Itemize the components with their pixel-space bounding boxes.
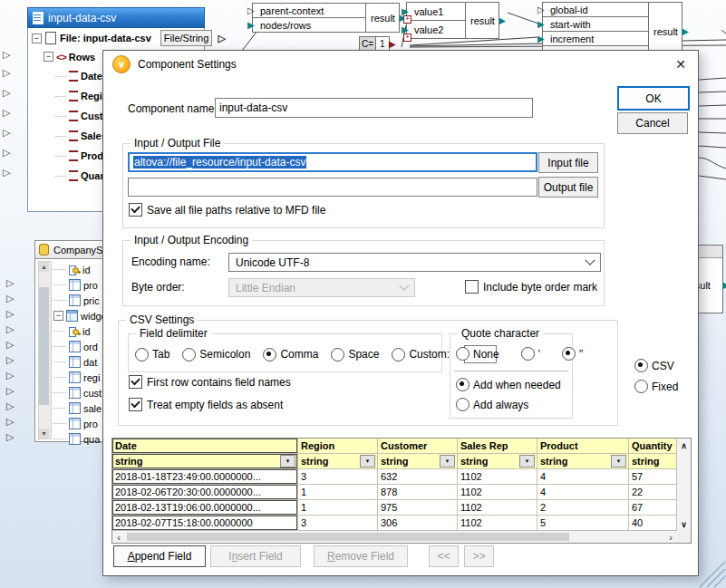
table-cell[interactable]: 2018-01-18T23:49:00.0000000... xyxy=(112,469,298,485)
scroll-left-icon[interactable]: ‹ xyxy=(112,531,125,543)
output-pin-icon[interactable]: ▶ xyxy=(499,16,506,25)
radio-quote-[interactable]: " xyxy=(562,347,583,361)
connection-line[interactable] xyxy=(699,78,726,80)
connection-line[interactable] xyxy=(721,30,726,34)
table-cell[interactable]: 2018-02-07T15:18:00.0000000 xyxy=(112,516,298,531)
column-header[interactable]: Sales Rep xyxy=(458,439,537,454)
column-type-cell[interactable]: string▼ xyxy=(537,454,629,469)
button-[interactable]: << xyxy=(429,545,459,567)
input-pin-icon[interactable]: ▷ xyxy=(6,355,14,365)
table-cell[interactable]: 1 xyxy=(298,500,378,516)
table-cell[interactable]: 878 xyxy=(378,485,458,500)
collapse-icon[interactable]: − xyxy=(44,52,53,62)
table-cell[interactable]: 632 xyxy=(378,469,458,485)
input-pin-icon[interactable]: ▷ xyxy=(6,294,14,304)
input-pin-icon[interactable]: ▷ xyxy=(247,6,255,15)
input-pin-icon[interactable]: ▷ xyxy=(6,324,14,334)
encoding-select[interactable]: Unicode UTF-8 xyxy=(228,253,601,272)
table-cell[interactable]: 975 xyxy=(378,500,458,516)
radio-quote-none[interactable]: None xyxy=(456,347,499,361)
ok-button[interactable]: OK xyxy=(617,86,690,111)
type-dropdown-icon[interactable]: ▼ xyxy=(440,455,455,468)
type-dropdown-icon[interactable]: ▼ xyxy=(519,455,535,468)
byte-order-mark-checkbox[interactable]: Include byte order mark xyxy=(465,280,597,294)
scroll-down-icon[interactable]: ∨ xyxy=(677,518,691,530)
input-file-button[interactable]: Input file xyxy=(538,152,598,173)
button-[interactable]: >> xyxy=(464,545,494,567)
checkbox-icon[interactable] xyxy=(129,203,142,217)
table-cell[interactable]: 1102 xyxy=(458,485,537,500)
input-file-field[interactable]: altova://file_resource/input-data-csv xyxy=(128,152,537,172)
input-pin-icon[interactable]: ▷ xyxy=(6,278,14,288)
input-pin-icon[interactable]: ▷ xyxy=(3,168,10,178)
column-type-cell[interactable]: string▼ xyxy=(298,454,378,469)
radio-delimiter-tab[interactable]: Tab xyxy=(135,348,169,361)
button-append-field[interactable]: Append Field xyxy=(113,545,206,567)
type-dropdown-icon[interactable]: ▼ xyxy=(611,455,626,468)
output-pin-icon[interactable]: ▶ xyxy=(682,27,689,36)
function-compute-when[interactable]: ▷parent-context▶nodes/rows result ▶ xyxy=(252,3,400,33)
function-add[interactable]: ▶value1+▶value2+ result ▶ xyxy=(406,2,499,39)
scroll-down-icon[interactable]: ▼ xyxy=(39,429,49,439)
input-pin-icon[interactable]: ▷ xyxy=(3,88,10,98)
input-pin-icon[interactable]: ▷ xyxy=(6,371,14,381)
radio-delimiter-semicolon[interactable]: Semicolon xyxy=(182,348,250,361)
table-cell[interactable]: 306 xyxy=(378,516,458,531)
table-cell[interactable]: 1 xyxy=(298,485,378,500)
dialog-titlebar[interactable]: ∨ Component Settings xyxy=(103,51,698,78)
file-string-button[interactable]: File/String xyxy=(160,30,213,46)
checkbox-icon[interactable] xyxy=(129,375,142,389)
input-pin-icon[interactable]: ▷ xyxy=(537,5,545,14)
type-dropdown-icon[interactable]: ▼ xyxy=(280,455,295,468)
table-horizontal-scrollbar[interactable]: ‹ › xyxy=(112,530,677,543)
cancel-button[interactable]: Cancel xyxy=(617,112,688,134)
button-remove-field[interactable]: Remove Field xyxy=(314,545,408,567)
table-cell[interactable]: 67 xyxy=(629,500,677,516)
radio-delimiter-comma[interactable]: Comma xyxy=(263,348,318,361)
save-relative-checkbox[interactable]: Save all file paths relative to MFD file xyxy=(129,203,325,217)
table-cell[interactable]: 57 xyxy=(629,469,677,485)
close-icon[interactable]: ✕ xyxy=(675,57,686,72)
column-type-cell[interactable]: string▼ xyxy=(112,454,298,469)
output-pin-icon[interactable]: ▶ xyxy=(722,281,726,290)
scrollbar-thumb[interactable] xyxy=(39,287,49,405)
column-header[interactable]: Date xyxy=(112,439,298,454)
scroll-right-icon[interactable]: › xyxy=(664,531,677,543)
radio-format-fixed[interactable]: Fixed xyxy=(634,380,678,393)
collapse-icon[interactable]: − xyxy=(53,311,63,321)
column-type-cell[interactable]: string▼ xyxy=(378,454,458,469)
table-cell[interactable]: 4 xyxy=(537,469,629,485)
connection-line[interactable] xyxy=(699,158,726,169)
input-pin-icon[interactable]: ▷ xyxy=(3,68,10,78)
scrollbar-thumb[interactable] xyxy=(127,533,569,541)
output-pin-icon[interactable]: ▷ xyxy=(218,34,225,43)
scroll-up-icon[interactable]: ▲ xyxy=(39,262,49,272)
component1-titlebar[interactable]: input-data-csv xyxy=(27,7,205,28)
input-pin-icon[interactable]: ▶ xyxy=(247,21,255,30)
input-pin-icon[interactable]: ▷ xyxy=(6,417,14,427)
add-parameter-icon[interactable]: + xyxy=(403,15,411,24)
scroll-up-icon[interactable]: ∧ xyxy=(677,439,691,451)
output-file-field[interactable] xyxy=(128,178,537,197)
table-cell[interactable]: 1102 xyxy=(458,469,537,485)
table-cell[interactable]: 2018-02-13T19:06:00.0000000... xyxy=(112,500,298,516)
checkbox-icon[interactable] xyxy=(465,280,479,294)
input-pin-icon[interactable]: ▶ xyxy=(537,34,545,43)
connection-line[interactable] xyxy=(699,105,726,106)
radio-delimiter-custom[interactable]: Custom: xyxy=(392,348,450,361)
input-pin-icon[interactable]: ▷ xyxy=(3,50,10,60)
radio-format-csv[interactable]: CSV xyxy=(634,359,678,372)
column-header[interactable]: Customer xyxy=(378,439,458,454)
button-insert-field[interactable]: Insert Field xyxy=(210,545,301,567)
table-cell[interactable]: 3 xyxy=(298,516,378,531)
connection-line[interactable] xyxy=(699,176,726,179)
input-pin-icon[interactable]: ▷ xyxy=(6,309,14,319)
table-cell[interactable]: 40 xyxy=(629,516,677,531)
empty-fields-checkbox[interactable]: Treat empty fields as absent xyxy=(129,398,283,411)
connection-line[interactable] xyxy=(508,13,538,24)
input-pin-icon[interactable]: ▷ xyxy=(6,401,14,411)
radio-quote-[interactable]: ' xyxy=(521,347,540,361)
type-dropdown-icon[interactable]: ▼ xyxy=(360,455,375,468)
table-cell[interactable]: 22 xyxy=(629,485,677,500)
radio-quote-add-addalways[interactable]: Add always xyxy=(456,398,561,411)
